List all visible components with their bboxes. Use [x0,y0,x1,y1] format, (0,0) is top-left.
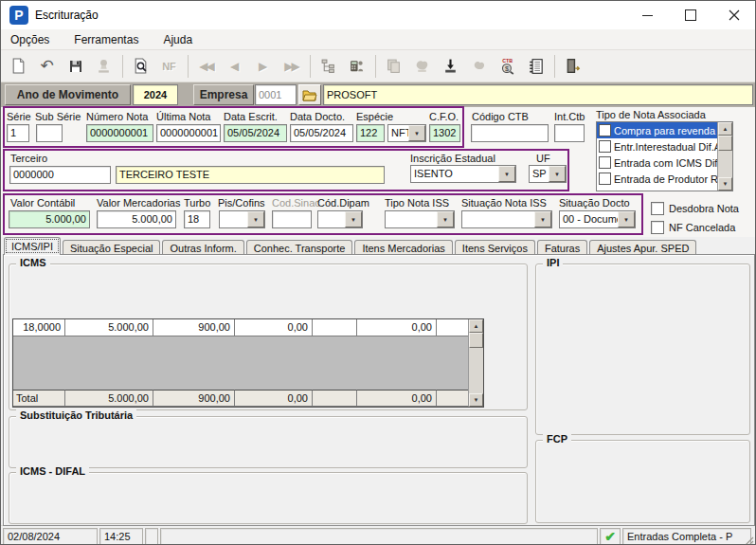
hand-button[interactable] [408,53,436,80]
maximize-button[interactable] [670,1,711,29]
int-ctb-field[interactable] [554,124,585,142]
menu-ferramentas[interactable]: Ferramentas [72,31,140,48]
nf-cancelada-checkbox[interactable]: NF Cancelada [651,221,735,234]
minimize-button[interactable] [626,1,668,29]
ultima-nota-field[interactable]: 0000000001 [156,124,221,142]
list-item[interactable]: Entr.Interestadual Dif.Alíq [597,138,732,154]
chevron-down-icon[interactable] [618,211,635,227]
tipo-nota-associada-list[interactable]: Compra para revenda a co Entr.Interestad… [596,121,733,191]
terceiro-codigo-field[interactable]: 0000000 [9,166,111,184]
preview-button[interactable] [127,53,154,80]
terceiro-nome-field[interactable]: TERCEIRO TESTE [116,166,385,184]
empresa-nome-field[interactable]: PROSOFT [323,84,753,105]
grid-cell: 0,00 [357,319,437,336]
grid-scrollbar[interactable] [468,319,483,407]
cod-dipam-combo[interactable] [317,210,363,228]
situacao-nota-iss-combo[interactable] [461,210,552,228]
situacao-docto-combo[interactable]: 00 - Documento [559,210,636,228]
turbo-field[interactable]: 18 [184,210,210,228]
cod-sinac-field[interactable] [272,210,312,228]
serie-field[interactable]: 1 [7,124,29,142]
grid-cell: 900,00 [153,390,235,407]
list-scrollbar[interactable] [717,122,732,191]
tab-icms-ipi[interactable]: ICMS/IPI [4,237,61,255]
close-button[interactable] [713,1,755,29]
numero-nota-field[interactable]: 0000000001 [86,124,153,142]
icms-grid[interactable]: 18,0000 5.000,00 900,00 0,00 0,00 Total … [12,318,484,408]
sub-serie-field[interactable] [36,124,63,142]
checkbox-icon[interactable] [599,173,611,185]
data-escrit-label: Data Escrit. [224,111,278,122]
especie-field[interactable]: 122 [356,124,385,142]
scroll-up-icon[interactable] [469,319,483,333]
last-record-button[interactable] [278,53,305,80]
export-button[interactable] [437,53,464,80]
menu-ajuda[interactable]: Ajuda [161,31,194,48]
nf-button[interactable]: NF [155,53,183,80]
ctb-search-button[interactable]: CTB$ [494,53,521,80]
tipo-nota-iss-combo[interactable] [385,210,455,228]
resize-grip[interactable] [745,536,754,545]
checkbox-icon[interactable] [599,140,611,153]
title-bar[interactable]: P Escrituração [1,1,755,29]
chevron-down-icon[interactable] [345,211,362,227]
next-record-button[interactable] [249,53,277,80]
tab-conhec-transporte[interactable]: Conhec. Transporte [246,240,353,255]
prev-record-button[interactable] [221,53,248,80]
tab-itens-servicos[interactable]: Itens Serviços [455,240,535,255]
valor-contabil-field[interactable]: 5.000,00 [9,210,90,228]
undo-button[interactable] [33,53,61,80]
list-item[interactable]: Compra para revenda a co [597,122,732,138]
tab-situacao-especial[interactable]: Situação Especial [63,240,160,255]
scroll-thumb[interactable] [469,333,483,348]
uf-combo[interactable]: SP [529,165,567,183]
tab-faturas[interactable]: Faturas [537,240,587,255]
valor-mercadorias-field[interactable]: 5.000,00 [97,210,176,228]
tab-outras-inform[interactable]: Outras Inform. [162,240,243,255]
tree-button[interactable] [315,53,342,80]
data-escrit-field[interactable]: 05/05/2024 [224,124,287,142]
data-docto-field[interactable]: 05/05/2024 [290,124,353,142]
chevron-down-icon[interactable] [498,166,515,182]
desdobra-nota-checkbox[interactable]: Desdobra Nota [651,202,739,215]
grid-row[interactable]: 18,0000 5.000,00 900,00 0,00 0,00 [13,319,483,336]
stamp-button[interactable] [90,53,117,80]
scroll-down-icon[interactable] [469,393,483,407]
list-item-label: Entr.Interestadual Dif.Alíq [614,141,732,153]
pis-cofins-combo[interactable] [219,210,265,228]
tab-itens-mercadorias[interactable]: Itens Mercadorias [354,240,452,255]
inscricao-estadual-combo[interactable]: ISENTO [410,165,516,183]
scroll-up-icon[interactable] [718,122,732,136]
tab-strip: ICMS/IPI Situação Especial Outras Inform… [4,237,698,255]
cfo-field[interactable]: 1302 [429,124,460,142]
scroll-thumb[interactable] [718,136,732,151]
list-item[interactable]: Entrada de Produtor Rural [597,171,732,187]
approve-button[interactable] [465,53,493,80]
first-record-button[interactable] [192,53,220,80]
empresa-browse-button[interactable] [298,84,321,105]
especie-tipo-combo[interactable]: NFT [387,124,426,142]
exit-button[interactable] [559,53,586,80]
codigo-ctb-field[interactable] [471,124,549,142]
chevron-down-icon[interactable] [549,166,566,182]
copy-button[interactable] [380,53,407,80]
list-item[interactable]: Entrada com ICMS Diferido [597,154,732,171]
tab-ajustes-apur-sped[interactable]: Ajustes Apur. SPED [589,240,696,255]
ledger-button[interactable] [522,53,549,80]
calc-person-button[interactable] [343,53,370,80]
chevron-down-icon[interactable] [247,211,264,227]
chevron-down-icon[interactable] [408,125,425,141]
checkbox-icon[interactable] [651,202,664,215]
ano-movimento-field[interactable]: 2024 [133,84,178,105]
new-note-button[interactable] [5,53,32,80]
save-button[interactable] [62,53,89,80]
checkbox-icon[interactable] [651,221,664,234]
scroll-down-icon[interactable] [718,177,732,191]
checkbox-icon[interactable] [599,156,611,169]
menu-opcoes[interactable]: Opções [9,31,51,48]
grid-cell: 0,00 [235,319,313,336]
empresa-codigo-field[interactable]: 0001 [255,84,297,105]
chevron-down-icon[interactable] [437,211,454,227]
checkbox-icon[interactable] [599,124,611,136]
chevron-down-icon[interactable] [534,211,551,227]
